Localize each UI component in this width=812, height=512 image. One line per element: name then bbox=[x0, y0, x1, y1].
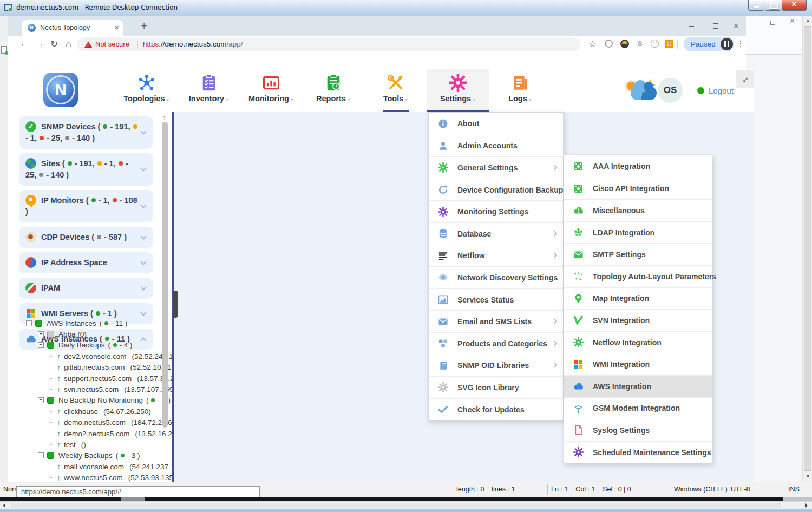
fullscreen-button[interactable]: ↔ bbox=[736, 70, 754, 88]
sidebar-item-sites[interactable]: Sites ( - 191, - 1, - 25, - 140 ) bbox=[19, 153, 153, 186]
menu-item-about[interactable]: About bbox=[429, 113, 563, 135]
bookmark-star-icon[interactable]: ☆ bbox=[588, 38, 597, 50]
new-tab-button[interactable]: + bbox=[137, 21, 150, 32]
browser-maximize-button[interactable] bbox=[713, 23, 718, 29]
rdp-close-button[interactable] bbox=[782, 0, 807, 11]
collapse-icon[interactable]: − bbox=[38, 342, 44, 348]
menu-item-admin-accounts[interactable]: Admin Accounts bbox=[429, 135, 563, 157]
sidebar-item-ipam[interactable]: IPAM bbox=[19, 278, 153, 299]
collapse-icon[interactable]: − bbox=[26, 320, 32, 326]
nav-item-logs[interactable]: Logs▾ bbox=[489, 69, 551, 112]
menu-item-database[interactable]: Database bbox=[429, 222, 563, 245]
tree-row-svn-nectus5-com[interactable]: ↑svn.nectus5.com(13.57.107.159) bbox=[16, 384, 172, 395]
not-secure-label[interactable]: Not secure bbox=[95, 40, 129, 48]
address-bar[interactable]: Not secure https://demo.nectus5.com/app/ bbox=[77, 37, 580, 51]
reload-icon[interactable]: ↻ bbox=[50, 38, 58, 50]
browser-minimize-button[interactable]: – bbox=[689, 21, 694, 31]
forward-icon[interactable]: → bbox=[35, 38, 44, 49]
nav-item-inventory[interactable]: Inventory▾ bbox=[178, 69, 240, 112]
background-vertical-scrollbar[interactable]: ▲ ▼ bbox=[802, 16, 812, 482]
user-avatar[interactable]: OS bbox=[658, 78, 683, 103]
tree-row-gitlab-nectus5-com[interactable]: ↑gitlab.nectus5.com(52.52.10.41) bbox=[16, 362, 172, 373]
menu-item-netflow-integration[interactable]: Netflow Integration bbox=[564, 331, 712, 353]
tree-row-mail-vconsole-com[interactable]: ↑mail.vconsole.com(54.241.237.186) bbox=[16, 461, 172, 472]
scroll-up-icon[interactable]: ▲ bbox=[803, 18, 812, 23]
nectus-logo[interactable]: N bbox=[43, 73, 78, 107]
menu-item-general-settings[interactable]: General Settings bbox=[429, 156, 563, 179]
sidebar-scroll-up-icon[interactable]: ↑ bbox=[162, 114, 166, 121]
menu-item-cisco-api-integration[interactable]: Cisco API Integration bbox=[564, 178, 712, 200]
scroll-left-icon[interactable] bbox=[3, 503, 5, 508]
menu-item-svn-integration[interactable]: SVN Integration bbox=[564, 309, 712, 331]
tree-row-no-backup-no-monitoring[interactable]: −No BackUp No Monitoring( - 4 ) bbox=[16, 395, 172, 406]
canvas-scrollbar-thumb[interactable] bbox=[173, 291, 178, 318]
tree-row-demo-nectus5-com[interactable]: ↑demo.nectus5.com(184.72.28.61) bbox=[16, 417, 172, 428]
tab-close-icon[interactable]: × bbox=[114, 23, 119, 32]
sidebar-scrollbar-thumb[interactable] bbox=[162, 122, 168, 428]
background-minimize-icon[interactable]: – bbox=[751, 17, 755, 27]
scrollbar-thumb[interactable] bbox=[11, 503, 781, 508]
menu-item-smtp-settings[interactable]: SMTP Settings bbox=[564, 243, 712, 265]
nav-item-settings[interactable]: Settings▾ bbox=[427, 69, 489, 112]
nav-item-monitoring[interactable]: Monitoring▾ bbox=[240, 69, 302, 112]
menu-item-device-configuration-backups[interactable]: Device Configuration Backups bbox=[429, 179, 563, 201]
sidebar-item-ip-monitors[interactable]: IP Monitors ( - 1, - 108 ) bbox=[19, 190, 153, 222]
menu-item-netflow[interactable]: Netflow bbox=[429, 245, 563, 267]
tree-row-dev2-vconsole-com[interactable]: ↑dev2.vconsole.com(52.52.248.197) bbox=[16, 351, 172, 362]
menu-item-email-and-sms-lists[interactable]: Email and SMS Lists bbox=[429, 310, 563, 332]
menu-item-wmi-integration[interactable]: WMI Integration bbox=[564, 353, 712, 375]
menu-item-miscellaneous[interactable]: Miscellaneous bbox=[564, 199, 712, 221]
background-close-icon[interactable]: × bbox=[790, 16, 795, 26]
nav-item-tools[interactable]: Tools▾ bbox=[364, 69, 427, 112]
gauge-extension-icon[interactable]: New bbox=[620, 40, 629, 48]
back-icon[interactable]: ← bbox=[20, 38, 29, 49]
menu-item-ldap-integration[interactable]: LDAP Integration bbox=[564, 221, 712, 244]
menu-item-monitoring-settings[interactable]: Monitoring Settings bbox=[429, 200, 563, 222]
menu-item-svg-icon-library[interactable]: SVG Icon Library bbox=[429, 376, 563, 398]
tree-row-clickhouse[interactable]: ↑clickhouse(54.67.26.250) bbox=[16, 406, 172, 417]
tree-row-abba-0[interactable]: +Abba (0) bbox=[16, 329, 172, 339]
sidebar-item-cdp-devices[interactable]: CDP Devices ( - 587 ) bbox=[19, 227, 153, 248]
browser-menu-icon[interactable]: ⋮ bbox=[736, 38, 745, 49]
menu-item-services-status[interactable]: Services Status bbox=[429, 288, 563, 311]
sync-paused-button[interactable]: Paused bbox=[684, 37, 734, 51]
menu-item-gsm-modem-integration[interactable]: GSM Modem Integration bbox=[564, 397, 712, 419]
skype-extension-icon[interactable]: S bbox=[636, 40, 644, 48]
face-extension-icon[interactable] bbox=[651, 40, 659, 48]
menu-item-scheduled-maintenance-settings[interactable]: Scheduled Maintenance Settings bbox=[564, 441, 712, 463]
sidebar-item-ip-address-space[interactable]: IP Address Space bbox=[19, 252, 153, 273]
rdp-minimize-button[interactable] bbox=[748, 0, 764, 11]
horizontal-scrollbar[interactable] bbox=[0, 501, 812, 509]
tree-row-support-nectus5-com[interactable]: ↑support.nectus5.com(13.57.32.228 bbox=[16, 373, 172, 384]
url-text[interactable]: https://demo.nectus5.com/app/ bbox=[143, 40, 243, 48]
collapse-icon[interactable]: − bbox=[38, 452, 44, 458]
menu-item-aws-integration[interactable]: AWS Integration bbox=[564, 375, 712, 397]
menu-item-products-and-categories[interactable]: Products and Categories bbox=[429, 332, 563, 355]
extension-icon[interactable] bbox=[605, 40, 613, 48]
nav-item-reports[interactable]: Reports▾ bbox=[302, 69, 364, 112]
scrollbar-thumb[interactable] bbox=[804, 26, 811, 471]
rdp-maximize-button[interactable] bbox=[765, 0, 781, 11]
menu-item-aaa-integration[interactable]: AAA Integration bbox=[564, 155, 712, 178]
browser-tab[interactable]: N Nectus Topology × bbox=[22, 20, 123, 36]
menu-item-syslog-settings[interactable]: Syslog Settings bbox=[564, 419, 712, 441]
tree-row-daily-backups[interactable]: −Daily Backups( - 4 ) bbox=[16, 340, 172, 351]
browser-close-button[interactable]: × bbox=[734, 21, 738, 31]
tree-row-demo2-nectus5-com[interactable]: ↑demo2.nectus5.com(13.52.16.27) bbox=[16, 428, 172, 439]
tree-row-test[interactable]: ↑test() bbox=[16, 439, 172, 450]
orange-extension-icon[interactable] bbox=[665, 40, 673, 48]
menu-item-network-discovery-settings[interactable]: Network Discovery Settings bbox=[429, 266, 563, 288]
collapse-icon[interactable]: − bbox=[38, 397, 44, 403]
menu-item-topology-auto-layout-parameters[interactable]: Topology Auto-Layout Parameters bbox=[564, 265, 712, 287]
menu-item-snmp-oid-libraries[interactable]: SNMP OID Libraries bbox=[429, 355, 563, 377]
not-secure-warning-icon[interactable] bbox=[84, 41, 92, 48]
sidebar-item-snmp-devices[interactable]: SNMP Devices ( - 191, - 1, - 25, - 140 ) bbox=[19, 116, 153, 149]
tree-row-weekly-backups[interactable]: −Weekly Backups( - 3 ) bbox=[16, 450, 172, 461]
nav-item-topologies[interactable]: Topologies▾ bbox=[115, 69, 178, 112]
tree-row-aws-instances[interactable]: −AWS Instances( - 11 ) bbox=[16, 318, 172, 329]
logout-link[interactable]: Logout bbox=[709, 86, 734, 95]
menu-item-check-for-updates[interactable]: Check for Updates bbox=[429, 398, 563, 421]
expand-icon[interactable]: + bbox=[38, 331, 44, 337]
menu-item-map-integration[interactable]: Map Integration bbox=[564, 287, 712, 310]
background-restore-icon[interactable] bbox=[770, 21, 775, 25]
